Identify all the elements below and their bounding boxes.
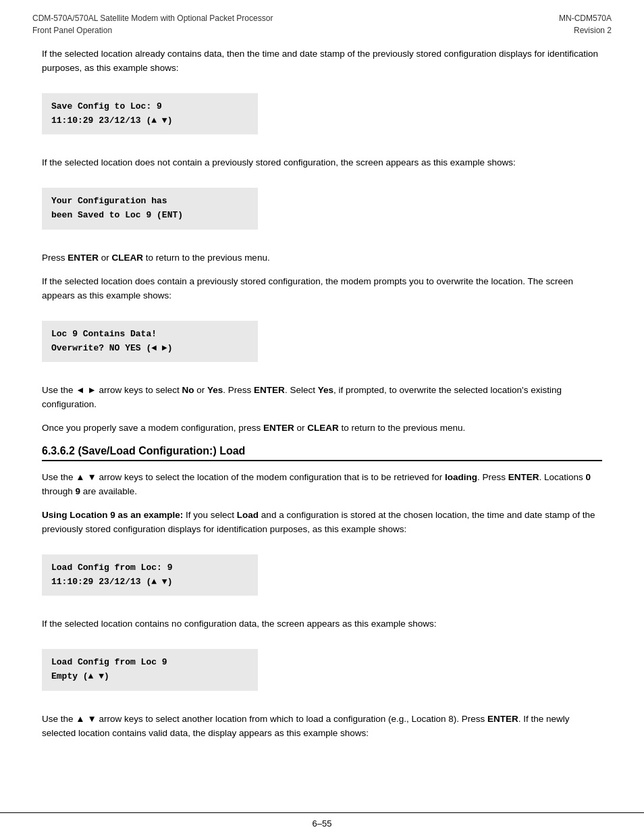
para-6-clear: CLEAR [307, 423, 339, 433]
page: CDM-570A/570AL Satellite Modem with Opti… [0, 0, 644, 834]
section-para-1-mid: . Press [477, 472, 508, 482]
section-para-2-prefix: Using Location 9 as an example: [42, 510, 183, 520]
code-block-2-wrap: Your Configuration has been Saved to Loc… [42, 180, 602, 240]
para-3-suffix: to return to the previous menu. [143, 253, 270, 263]
code-block-2: Your Configuration has been Saved to Loc… [42, 188, 258, 230]
section-heading-6-3-6-2: 6.3.6.2 (Save/Load Configuration:) Load [42, 445, 602, 461]
para-3-middle: or [99, 253, 112, 263]
code-block-4-line2: 11:10:29 23/12/13 (▲ ▼) [51, 575, 248, 590]
para-5-yes: Yes [207, 385, 223, 395]
section-para-1-prefix: Use the ▲ ▼ arrow keys to select the loc… [42, 472, 445, 482]
code-block-5-line1: Load Config from Loc 9 [51, 656, 248, 670]
section-para-1-enter: ENTER [508, 472, 539, 482]
section-paragraph-2: Using Location 9 as an example: If you s… [42, 509, 602, 537]
code-block-4: Load Config from Loc: 9 11:10:29 23/12/1… [42, 554, 258, 596]
section-para-1-9: 9 [76, 486, 81, 496]
code-block-2-line2: been Saved to Loc 9 (ENT) [51, 209, 248, 223]
section-para-1-suffix: . Locations [539, 472, 586, 482]
code-block-4-wrap: Load Config from Loc: 9 11:10:29 23/12/1… [42, 546, 602, 607]
code-block-3: Loc 9 Contains Data! Overwrite? NO YES (… [42, 321, 258, 363]
header-right: MN-CDM570A Revision 2 [559, 12, 612, 36]
code-block-2-line1: Your Configuration has [51, 194, 248, 209]
code-block-3-line2: Overwrite? NO YES (◄ ►) [51, 342, 248, 356]
section-paragraph-1: Use the ▲ ▼ arrow keys to select the loc… [42, 471, 602, 499]
para-5-mid1: or [194, 385, 208, 395]
para-3-enter: ENTER [68, 253, 99, 263]
paragraph-2: If the selected location does not contai… [42, 156, 602, 170]
page-number: 6–55 [313, 818, 332, 829]
para-6-suffix: to return to the previous menu. [339, 423, 466, 433]
para-3-clear: CLEAR [112, 253, 144, 263]
code-block-3-line1: Loc 9 Contains Data! [51, 328, 248, 342]
paragraph-6: Once you properly save a modem configura… [42, 421, 602, 436]
section-para-4-prefix: Use the ▲ ▼ arrow keys to select another… [42, 714, 487, 724]
code-block-1: Save Config to Loc: 9 11:10:29 23/12/13 … [42, 93, 258, 135]
section-para-4-enter: ENTER [487, 714, 518, 724]
header-subtitle: Front Panel Operation [32, 24, 273, 36]
header-revision: Revision 2 [559, 24, 612, 36]
paragraph-3: Press ENTER or CLEAR to return to the pr… [42, 251, 602, 265]
section-para-1-0: 0 [586, 472, 591, 482]
page-header: CDM-570A/570AL Satellite Modem with Opti… [0, 0, 644, 41]
section-para-2-mid: If you select [183, 510, 237, 520]
code-block-3-wrap: Loc 9 Contains Data! Overwrite? NO YES (… [42, 313, 602, 373]
code-block-5: Load Config from Loc 9 Empty (▲ ▼) [42, 649, 258, 691]
section-para-2-load: Load [237, 510, 259, 520]
code-block-1-line2: 11:10:29 23/12/13 (▲ ▼) [51, 114, 248, 128]
header-left: CDM-570A/570AL Satellite Modem with Opti… [32, 12, 273, 36]
paragraph-5: Use the ◄ ► arrow keys to select No or Y… [42, 384, 602, 412]
section-para-1-loading: loading [445, 472, 477, 482]
section-paragraph-3: If the selected location contains no con… [42, 617, 602, 631]
code-block-4-line1: Load Config from Loc: 9 [51, 561, 248, 575]
section-para-1-end: are available. [80, 486, 137, 496]
intro-paragraph: If the selected location already contain… [42, 47, 602, 76]
page-footer: 6–55 [0, 812, 644, 834]
para-6-mid: or [294, 423, 308, 433]
para-5-mid3: . Select [285, 385, 318, 395]
section-paragraph-4: Use the ▲ ▼ arrow keys to select another… [42, 712, 602, 741]
header-title: CDM-570A/570AL Satellite Modem with Opti… [32, 12, 273, 24]
code-block-5-line2: Empty (▲ ▼) [51, 670, 248, 684]
para-5-no: No [182, 385, 194, 395]
code-block-5-wrap: Load Config from Loc 9 Empty (▲ ▼) [42, 641, 602, 702]
para-5-yes2: Yes [318, 385, 333, 395]
section-para-1-through: through [42, 486, 76, 496]
code-block-1-wrap: Save Config to Loc: 9 11:10:29 23/12/13 … [42, 85, 602, 146]
para-5-enter: ENTER [254, 385, 285, 395]
para-3-prefix: Press [42, 253, 68, 263]
para-6-enter: ENTER [263, 423, 294, 433]
paragraph-4: If the selected location does contain a … [42, 275, 602, 303]
para-5-prefix: Use the ◄ ► arrow keys to select [42, 385, 182, 395]
header-doc-id: MN-CDM570A [559, 12, 612, 24]
code-block-1-line1: Save Config to Loc: 9 [51, 100, 248, 114]
main-content: If the selected location already contain… [0, 41, 644, 812]
para-6-prefix: Once you properly save a modem configura… [42, 423, 263, 433]
para-5-mid2: . Press [223, 385, 254, 395]
